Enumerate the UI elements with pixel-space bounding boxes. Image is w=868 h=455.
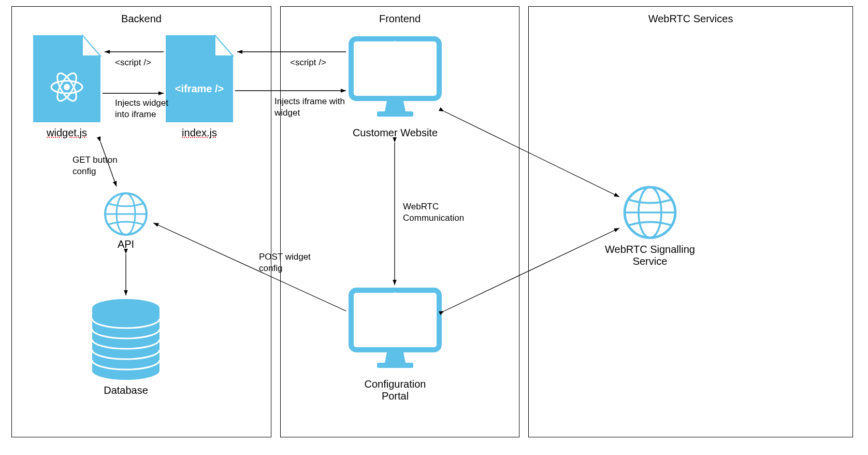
- edge-injects-iframe: Injects widget into iframe: [115, 97, 168, 120]
- diagram-canvas: Backend Frontend WebRTC Services widget.…: [0, 0, 868, 455]
- svg-line-26: [444, 228, 619, 311]
- edge-injects-widget: Injects iframe with widget: [274, 96, 345, 119]
- edge-script2: <script />: [290, 57, 326, 68]
- edge-post-widget: POST widget config: [259, 251, 311, 274]
- edge-get-button: GET button config: [73, 154, 118, 177]
- svg-line-23: [153, 223, 346, 311]
- edge-webrtc-comm: WebRTC Communication: [403, 201, 464, 224]
- svg-line-25: [444, 111, 619, 197]
- edge-script1: <script />: [115, 57, 151, 68]
